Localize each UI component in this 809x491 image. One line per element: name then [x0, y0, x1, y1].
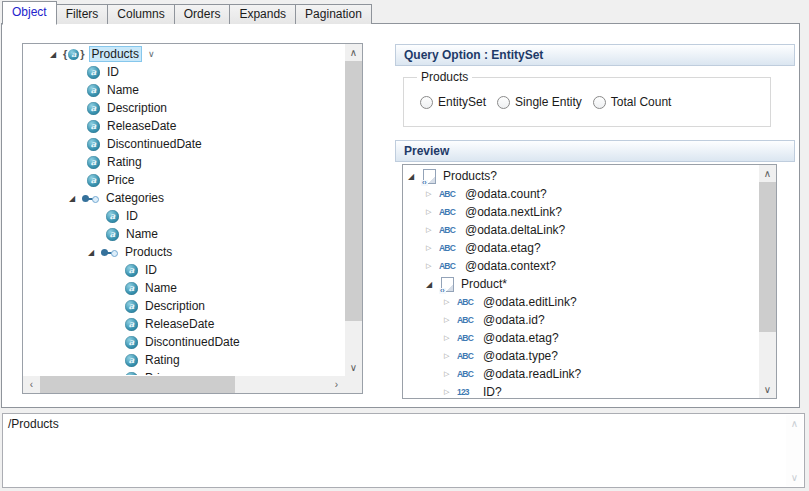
- expand-toggle-icon[interactable]: [444, 298, 457, 306]
- scrollbar-thumb[interactable]: [759, 182, 776, 332]
- tree-node-discontinueddate[interactable]: aDiscontinuedDate: [24, 135, 344, 153]
- tree-node-label: Description: [105, 101, 169, 115]
- tab-orders[interactable]: Orders: [174, 4, 231, 24]
- expand-toggle-icon[interactable]: [444, 334, 457, 342]
- tree-node-label: Name: [124, 227, 160, 241]
- tree-node-label: Product*: [459, 277, 509, 291]
- radio-label: Total Count: [611, 95, 672, 109]
- tree-node-odata-deltalink[interactable]: ABC@odata.deltaLink?: [404, 221, 758, 239]
- tree-node-label: @odata.context?: [463, 259, 558, 273]
- tree-node-label: Price: [143, 371, 174, 375]
- tree-node-name[interactable]: aName: [24, 81, 344, 99]
- chevron-down-icon[interactable]: ∨: [148, 49, 155, 59]
- tree-node-odata-etag[interactable]: ABC@odata.etag?: [404, 329, 758, 347]
- radio-single-entity[interactable]: Single Entity: [497, 95, 582, 109]
- scrollbar-thumb[interactable]: [345, 61, 362, 321]
- expand-toggle-icon[interactable]: [444, 316, 457, 324]
- query-url-text[interactable]: /Products: [8, 417, 782, 431]
- scroll-up-icon[interactable]: ∧: [786, 415, 803, 432]
- attribute-icon: a: [87, 174, 100, 187]
- preview-tree: Products?ABC@odata.count?ABC@odata.nextL…: [404, 167, 758, 397]
- vertical-scrollbar[interactable]: ∧ ∨: [759, 165, 776, 398]
- string-type-icon: ABC: [457, 297, 476, 307]
- radio-button-icon: [420, 96, 433, 109]
- expand-toggle-icon[interactable]: [426, 190, 439, 198]
- tree-node-products[interactable]: Products: [24, 243, 344, 261]
- tree-node-label: ID: [143, 263, 159, 277]
- vertical-scrollbar[interactable]: ∧ ∨: [345, 44, 362, 376]
- scroll-up-icon[interactable]: ∧: [759, 165, 776, 182]
- radio-total-count[interactable]: Total Count: [593, 95, 672, 109]
- tree-node-rating[interactable]: aRating: [24, 153, 344, 171]
- tab-label: Filters: [66, 7, 99, 21]
- collapse-toggle-icon[interactable]: [426, 280, 439, 289]
- expand-toggle-icon[interactable]: [444, 370, 457, 378]
- horizontal-scrollbar[interactable]: ‹ ›: [23, 376, 345, 393]
- scroll-down-icon[interactable]: ∨: [786, 469, 803, 486]
- collapse-toggle-icon[interactable]: [88, 248, 101, 257]
- tree-node-releasedate[interactable]: aReleaseDate: [24, 117, 344, 135]
- object-tree-panel: aProducts∨aIDaNameaDescriptionaReleaseDa…: [22, 43, 363, 394]
- scroll-right-icon[interactable]: ›: [328, 376, 345, 393]
- tree-node-label: DiscontinuedDate: [105, 137, 204, 151]
- scroll-left-icon[interactable]: ‹: [23, 376, 40, 393]
- scroll-up-icon[interactable]: ∧: [345, 44, 362, 61]
- tree-node-id[interactable]: aID: [24, 261, 344, 279]
- tab-pagination[interactable]: Pagination: [295, 4, 372, 24]
- radio-label: Single Entity: [515, 95, 582, 109]
- query-type-radio-group: EntitySetSingle EntityTotal Count: [420, 95, 770, 109]
- tree-node-releasedate[interactable]: aReleaseDate: [24, 315, 344, 333]
- attribute-icon: a: [87, 102, 100, 115]
- tree-node-price[interactable]: aPrice: [24, 171, 344, 189]
- tree-node-products[interactable]: aProducts∨: [24, 45, 344, 63]
- tree-node-description[interactable]: aDescription: [24, 99, 344, 117]
- collapse-toggle-icon[interactable]: [408, 172, 421, 181]
- tree-node-discontinueddate[interactable]: aDiscontinuedDate: [24, 333, 344, 351]
- collapse-toggle-icon[interactable]: [69, 194, 82, 203]
- attribute-icon: a: [125, 300, 138, 313]
- tree-node-price[interactable]: aPrice: [24, 369, 344, 375]
- tree-node-odata-id[interactable]: ABC@odata.id?: [404, 311, 758, 329]
- tree-node-odata-editlink[interactable]: ABC@odata.editLink?: [404, 293, 758, 311]
- tab-columns[interactable]: Columns: [107, 4, 174, 24]
- navigation-property-icon: [101, 246, 118, 259]
- tree-node-description[interactable]: aDescription: [24, 297, 344, 315]
- tree-node-rating[interactable]: aRating: [24, 351, 344, 369]
- tree-node-odata-readlink[interactable]: ABC@odata.readLink?: [404, 365, 758, 383]
- tree-node-id[interactable]: aID: [24, 207, 344, 225]
- attribute-icon: a: [87, 66, 100, 79]
- expand-toggle-icon[interactable]: [444, 352, 457, 360]
- string-type-icon: ABC: [457, 369, 476, 379]
- tree-node-label: DiscontinuedDate: [143, 335, 242, 349]
- tree-node-odata-nextlink[interactable]: ABC@odata.nextLink?: [404, 203, 758, 221]
- tree-node-name[interactable]: aName: [24, 279, 344, 297]
- expand-toggle-icon[interactable]: [426, 208, 439, 216]
- tree-node-odata-etag[interactable]: ABC@odata.etag?: [404, 239, 758, 257]
- tree-node-categories[interactable]: Categories: [24, 189, 344, 207]
- tree-node-label: @odata.editLink?: [481, 295, 579, 309]
- tree-node-products[interactable]: Products?: [404, 167, 758, 185]
- vertical-scrollbar[interactable]: ∧ ∨: [786, 415, 803, 486]
- expand-toggle-icon[interactable]: [426, 244, 439, 252]
- tree-node-id[interactable]: 123ID?: [404, 383, 758, 397]
- tree-node-odata-count[interactable]: ABC@odata.count?: [404, 185, 758, 203]
- preview-title: Preview: [404, 144, 449, 158]
- expand-toggle-icon[interactable]: [426, 262, 439, 270]
- tree-node-odata-type[interactable]: ABC@odata.type?: [404, 347, 758, 365]
- scroll-down-icon[interactable]: ∨: [345, 359, 362, 376]
- tree-node-product[interactable]: Product*: [404, 275, 758, 293]
- tab-filters[interactable]: Filters: [56, 4, 109, 24]
- tree-node-id[interactable]: aID: [24, 63, 344, 81]
- tree-node-odata-context[interactable]: ABC@odata.context?: [404, 257, 758, 275]
- radio-entityset[interactable]: EntitySet: [420, 95, 486, 109]
- tab-object[interactable]: Object: [2, 1, 57, 25]
- expand-toggle-icon[interactable]: [426, 226, 439, 234]
- scrollbar-thumb[interactable]: [40, 376, 235, 393]
- query-url-box[interactable]: /Products ∧ ∨: [2, 413, 805, 488]
- tab-expands[interactable]: Expands: [229, 4, 296, 24]
- tree-node-name[interactable]: aName: [24, 225, 344, 243]
- string-type-icon: ABC: [439, 261, 458, 271]
- collapse-toggle-icon[interactable]: [50, 50, 63, 59]
- expand-toggle-icon[interactable]: [444, 388, 457, 396]
- scroll-down-icon[interactable]: ∨: [759, 381, 776, 398]
